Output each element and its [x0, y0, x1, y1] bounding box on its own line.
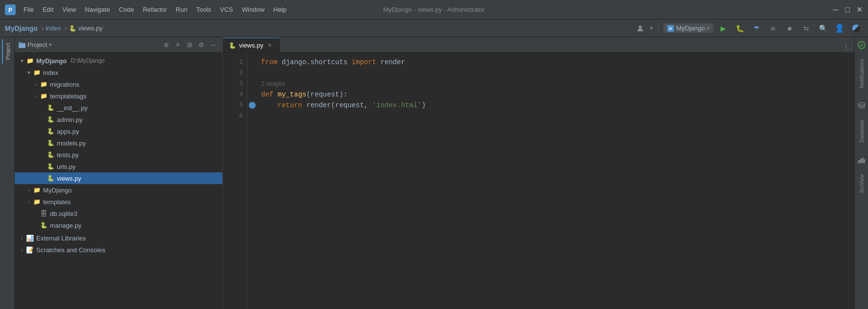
coverage-button[interactable]: ☂: [749, 22, 763, 35]
maximize-button[interactable]: □: [844, 6, 851, 14]
breadcrumb-project[interactable]: MyDjango: [5, 24, 38, 32]
right-sidebar: Notifications Database SciView: [854, 37, 868, 309]
line-num-3: 3: [223, 78, 243, 89]
translate-button[interactable]: ⇆: [799, 22, 813, 35]
tree-label-mydjango: MyDjango: [36, 57, 67, 65]
notifications-text: Notifications: [859, 59, 865, 88]
tree-item-mydjango-sub[interactable]: › 📁 MyDjango: [15, 184, 222, 196]
tree-item-urls[interactable]: 🐍 urls.py: [15, 161, 222, 172]
tree-label-tests: tests.py: [57, 151, 79, 159]
profile-button[interactable]: [633, 22, 647, 35]
menu-run[interactable]: Run: [172, 4, 192, 15]
project-panel-label[interactable]: Project: [2, 39, 13, 64]
code-line-1: from django.shortcuts import render: [261, 57, 854, 68]
scratches-icon: 📝: [25, 245, 34, 254]
breadcrumb-file[interactable]: views.py: [78, 24, 103, 32]
code-line-3: 2 usages: [261, 78, 854, 89]
tree-item-external-libs[interactable]: › 📊 External Libraries: [15, 232, 222, 244]
tree-item-init[interactable]: 🐍 __init__.py: [15, 102, 222, 114]
new-file-button[interactable]: ⊕: [161, 40, 171, 50]
token-comma: ,: [364, 100, 372, 111]
tree-item-views[interactable]: 🐍 views.py: [15, 172, 222, 184]
nav-right-controls: ▾ P MyDjango ▾ ▶ 🐛 ☂ ≋ ■ ⇆ 🔍 👤: [633, 22, 863, 35]
stop-button[interactable]: ■: [783, 22, 796, 35]
menu-tools[interactable]: Tools: [193, 4, 215, 15]
left-sidebar-strip: Project: [0, 37, 15, 309]
line-num-5: 5: [223, 100, 243, 111]
tree-item-templatetags[interactable]: › 📁 templatetags: [15, 90, 222, 102]
tree-item-db[interactable]: 🗄 db.sqlite3: [15, 208, 222, 219]
tree-item-apps[interactable]: 🐍 apps.py: [15, 125, 222, 137]
tab-file-icon: 🐍: [229, 42, 236, 49]
menu-edit[interactable]: Edit: [39, 4, 57, 15]
code-editor: 1 2 3 4 5 6 from: [223, 53, 854, 309]
search-button[interactable]: 🔍: [816, 22, 830, 35]
menu-view[interactable]: View: [58, 4, 80, 15]
window-title: MyDjango - views.py - Administrator: [383, 6, 484, 13]
run-button[interactable]: ▶: [716, 22, 730, 35]
theme-button[interactable]: [849, 22, 863, 35]
chevron-icon: ▼: [19, 57, 25, 64]
close-button[interactable]: ✕: [855, 6, 863, 14]
sciview-label[interactable]: SciView: [855, 169, 868, 198]
menu-navigate[interactable]: Navigate: [81, 4, 114, 15]
menu-file[interactable]: File: [20, 4, 38, 15]
database-label[interactable]: Database: [855, 115, 868, 147]
breadcrumb-index[interactable]: index: [46, 24, 61, 32]
collapse-all-button[interactable]: ≡: [172, 40, 183, 50]
code-content[interactable]: from django.shortcuts import render 2 us…: [257, 53, 854, 309]
tree-item-tests[interactable]: 🐍 tests.py: [15, 149, 222, 161]
folder-icon-templatetags: 📁: [39, 92, 48, 100]
svg-rect-5: [19, 43, 25, 48]
menu-code[interactable]: Code: [115, 4, 138, 15]
menu-vcs[interactable]: VCS: [216, 4, 237, 15]
sciview-text: SciView: [859, 174, 865, 193]
run-config[interactable]: P MyDjango ▾: [663, 24, 713, 33]
tree-item-templates[interactable]: › 📁 templates: [15, 196, 222, 208]
tree-item-migrations[interactable]: › 📁 migrations: [15, 78, 222, 90]
tab-label: views.py: [239, 42, 264, 49]
database-icon-container[interactable]: [855, 97, 868, 115]
menu-window[interactable]: Window: [238, 4, 268, 15]
tree-item-manage[interactable]: 🐍 manage.py: [15, 219, 222, 231]
nav-separator: [658, 24, 658, 33]
user-icon[interactable]: 👤: [833, 22, 846, 35]
py-icon-manage: 🐍: [39, 221, 48, 230]
py-icon-init: 🐍: [46, 103, 55, 112]
py-icon-urls: 🐍: [46, 162, 55, 171]
profile-run-button[interactable]: ≋: [766, 22, 780, 35]
minimize-button[interactable]: ─: [832, 6, 840, 14]
tree-item-admin[interactable]: 🐍 admin.py: [15, 114, 222, 125]
tree-label-index: index: [43, 69, 58, 76]
notifications-check[interactable]: [855, 39, 868, 54]
menu-help[interactable]: Help: [269, 4, 290, 15]
tab-views-py[interactable]: 🐍 views.py ✕: [223, 38, 280, 52]
chevron-scratches: ›: [19, 246, 25, 253]
tab-close-button[interactable]: ✕: [266, 42, 273, 49]
line-num-2: 2: [223, 68, 243, 78]
sciview-icon-container[interactable]: [855, 151, 868, 169]
tree-label-urls: urls.py: [57, 163, 75, 170]
tree-item-models[interactable]: 🐍 models.py: [15, 137, 222, 149]
debug-button[interactable]: 🐛: [733, 22, 747, 35]
settings-button[interactable]: ⚙: [196, 40, 207, 50]
tree-item-scratches[interactable]: › 📝 Scratches and Consoles: [15, 244, 222, 256]
svg-text:P: P: [669, 26, 672, 31]
svg-rect-12: [864, 159, 865, 163]
folder-icon-index: 📁: [32, 68, 41, 77]
token-from: from: [261, 57, 278, 68]
project-dropdown-arrow[interactable]: ▾: [49, 42, 52, 48]
notifications-label[interactable]: Notifications: [855, 54, 868, 93]
scope-button[interactable]: ⊞: [184, 40, 195, 50]
tree-item-index[interactable]: ▼ 📁 index: [15, 67, 222, 78]
chevron-migrations: ›: [32, 81, 39, 88]
editor-toolbar-right: ⋮: [841, 42, 854, 52]
hide-panel-button[interactable]: ─: [208, 40, 218, 50]
tree-item-mydjango-root[interactable]: ▼ 📁 MyDjango D:\MyDjango: [15, 55, 222, 67]
chevron-mydjango-sub: ›: [25, 187, 32, 193]
editor-menu-button[interactable]: ⋮: [841, 42, 851, 52]
menu-refactor[interactable]: Refactor: [139, 4, 171, 15]
gutter-5[interactable]: [247, 100, 257, 111]
breakpoint-icon[interactable]: [249, 102, 256, 109]
line-numbers: 1 2 3 4 5 6: [223, 53, 247, 309]
